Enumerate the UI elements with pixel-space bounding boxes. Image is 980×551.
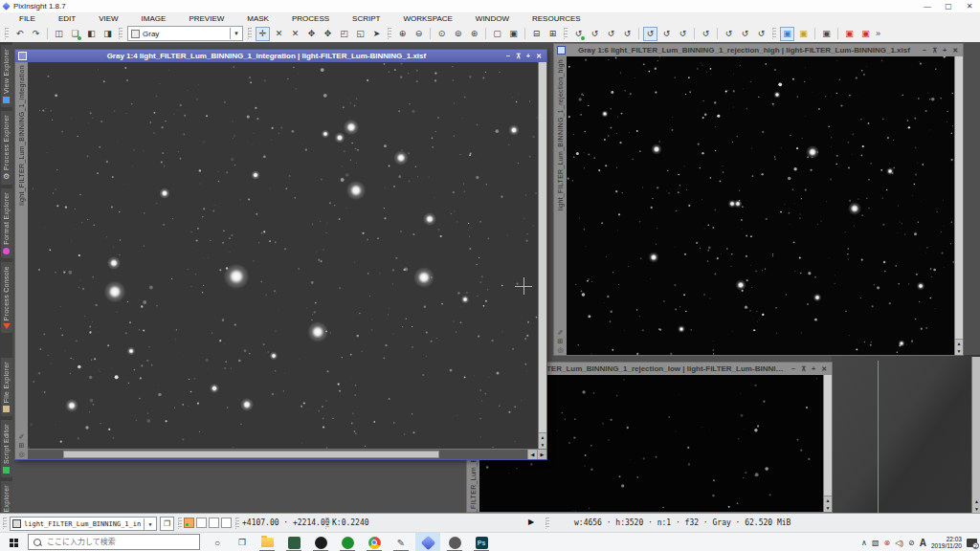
strip-button-icon[interactable]: ⊞ [558,338,564,344]
strip-button-icon[interactable]: ◎ [557,346,563,353]
new-preview-mode-icon[interactable]: ◰ [337,27,351,41]
tray-device-icon[interactable]: ▧ [872,539,880,547]
stf-auto-stretch-icon[interactable]: ↺ [643,27,657,41]
menu-view[interactable]: VIEW [87,12,129,25]
strip-buttons[interactable]: ✐⊞◎ [557,329,563,353]
stf-reset-icon[interactable]: ↺ [699,27,713,41]
notification-center-button[interactable]: 2 [967,539,977,547]
channel-square-active[interactable] [184,518,194,528]
split-vertical-icon[interactable]: ⊞ [546,27,560,41]
stf-shadow-icon[interactable]: ↺ [604,27,618,41]
screen-mode-4-icon[interactable]: ▣ [842,27,857,41]
window-rejection-high-titlebar[interactable]: Gray 1:6 light_FILTER_Lum_BINNING_1_reje… [554,44,963,56]
split-horizontal-icon[interactable]: ⊟ [529,27,544,41]
shade-button[interactable]: ⊼ [801,365,806,373]
image-split-right-icon[interactable]: ◨ [100,27,115,41]
tray-expand-icon[interactable]: ∧ [861,539,867,547]
volume-icon[interactable]: ◁) [895,539,903,547]
horizontal-scrollbar[interactable]: ◀ ▶ [28,449,546,459]
menu-preview[interactable]: PREVIEW [177,12,235,25]
app-minimize-button[interactable]: — [917,2,938,11]
iconize-button[interactable]: − [791,365,795,373]
undo-icon[interactable]: ↶ [12,27,27,41]
dock-tab-script-editor[interactable]: Script Editor [1,420,12,477]
stf-enable-icon[interactable]: ↺ [571,27,586,41]
tray-safely-remove-icon[interactable]: ⊘ [908,539,915,547]
menu-mask[interactable]: MASK [235,12,280,25]
taskbar-app-chrome[interactable] [362,533,387,551]
stf-link-icon[interactable]: ↺ [722,27,736,41]
app-maximize-button[interactable]: ▢ [938,2,959,11]
background-scrollbar[interactable]: ▲ ▼ [971,357,980,513]
scroll-up-icon[interactable]: ▲ [539,433,546,441]
dock-tab-process-explorer[interactable]: Process Explorer⚙ [1,111,12,185]
zoom-fit-all-icon[interactable]: ✕ [288,27,302,41]
iconize-button[interactable]: − [923,47,926,55]
taskbar-app-pixinsight[interactable] [415,533,440,551]
dock-tab-file-explorer[interactable]: File Explorer [1,358,12,416]
view-selector-strip[interactable]: light_FILTER_Lum_BINNING_1_rejection_hig… [554,56,567,355]
menu-file[interactable]: FILE [8,12,47,25]
zoom-selection-icon[interactable]: ⊛ [467,27,481,41]
menu-script[interactable]: SCRIPT [341,12,391,25]
screen-mode-2-icon[interactable]: ▣ [796,27,811,41]
view-selector-arrow-icon[interactable]: ▼ [144,518,156,530]
menu-window[interactable]: WINDOW [464,12,521,25]
zoom-in-icon[interactable]: ⊕ [395,27,410,41]
stf-lut-icon[interactable]: ↺ [754,27,768,41]
taskbar-search[interactable] [28,534,200,550]
strip-button-icon[interactable]: ◎ [18,451,24,457]
taskbar-app-capture-app[interactable] [281,533,306,551]
menu-edit[interactable]: EDIT [47,12,87,25]
move-tool-icon[interactable]: ✥ [304,27,319,41]
new-image-icon[interactable]: ❏ [68,27,82,41]
vertical-scrollbar[interactable]: ▲ ▼ [538,62,546,449]
menu-workspace[interactable]: WORKSPACE [391,12,463,25]
duplicate-image-icon[interactable]: ◫ [52,27,66,41]
stf-boost-minus-icon[interactable]: ↺ [676,27,690,41]
image-split-left-icon[interactable]: ◧ [84,27,99,41]
taskbar-app-file-explorer[interactable] [255,533,279,551]
start-button[interactable] [0,533,27,551]
zoom-button[interactable]: + [526,53,530,60]
zoom-button[interactable]: + [812,365,815,373]
tray-sync-error-icon[interactable]: ⊗ [883,539,890,547]
ime-mode-icon[interactable]: A [920,538,926,548]
scroll-down-icon[interactable]: ▼ [824,504,832,512]
close-button[interactable]: ✕ [952,47,958,55]
stf-edit-icon[interactable]: ↺ [588,27,602,41]
channel-square[interactable] [221,518,232,528]
mode-selector-dropdown[interactable]: Gray▼ [127,26,243,41]
taskbar-app-globe-app[interactable] [442,533,467,551]
vertical-scrollbar[interactable]: ▲ ▼ [954,56,963,355]
scroll-up-icon[interactable]: ▲ [972,497,980,505]
readout-play-icon[interactable]: ▶ [528,518,534,526]
horizontal-scroll-thumb[interactable] [63,451,440,458]
vertical-scrollbar[interactable]: ▲ ▼ [823,375,832,512]
screen-mode-1-icon[interactable]: ▣ [780,27,794,41]
strip-buttons[interactable]: ✐⊞◎ [18,433,24,457]
dock-tab-process-console[interactable]: Process Console [1,262,12,333]
stf-24bit-icon[interactable]: ↺ [738,27,752,41]
taskbar-app-green-circle-app[interactable] [335,533,360,551]
screen-mode-5-icon[interactable]: ▣ [858,27,873,41]
taskbar-app-photoshop[interactable]: Ps [469,533,494,551]
window-integration-titlebar[interactable]: Gray 1:4 light_FILTER_Lum_BINNING_1_inte… [15,50,546,62]
taskbar-app-pencil-app[interactable]: ✎ [389,533,413,551]
window-integration[interactable]: Gray 1:4 light_FILTER_Lum_BINNING_1_inte… [14,49,547,460]
window-rejection-high[interactable]: Gray 1:6 light_FILTER_Lum_BINNING_1_reje… [553,43,964,356]
zoom-button[interactable]: + [943,47,947,55]
pan-tool-icon[interactable]: ✛ [256,27,270,41]
screen-mode-3-icon[interactable]: ▣ [819,27,834,41]
scroll-up-icon[interactable]: ▲ [824,496,832,504]
image-view-integration[interactable] [28,62,538,449]
new-preview-button[interactable]: ❐ [160,517,174,531]
dropdown-arrow-icon[interactable]: ▼ [230,28,242,39]
iconize-button[interactable]: − [506,53,510,60]
toolbar-overflow-button[interactable]: » [876,29,880,38]
shade-button[interactable]: ⊼ [932,47,937,55]
cortana-button[interactable]: ○ [205,533,230,551]
menu-process[interactable]: PROCESS [280,12,341,25]
edit-preview-mode-icon[interactable]: ◱ [353,27,368,41]
view-selector-dropdown[interactable]: light_FILTER_Lum_BINNING_1_inte ▼ [10,517,157,531]
